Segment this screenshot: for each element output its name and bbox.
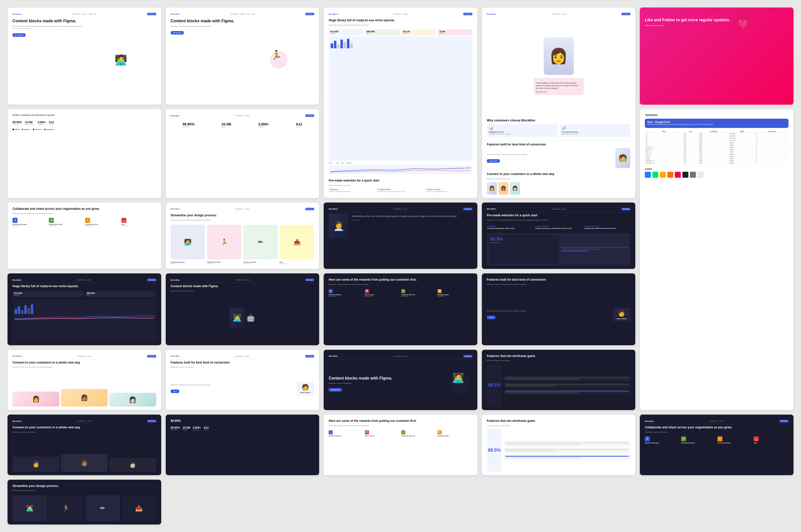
nav-cta-3[interactable]: Get Started <box>463 13 472 15</box>
nav-links-2: Why BlockBox Features Pricing Blog <box>231 13 254 15</box>
wireframe-dark-sub: Build better customer relationships. <box>487 360 631 362</box>
swatch-black <box>682 172 688 178</box>
stats-row-2: 99.95% Uptime SLA 10.5M Monthly 3,000+ C… <box>171 122 314 128</box>
wireframe-light-sub: Build better customer relationships. <box>487 424 631 427</box>
rewards-light-title: Here are some of the rewards from puttin… <box>329 419 472 423</box>
dash-sub-1: Build better customer relationships with… <box>329 24 472 26</box>
heart-icon: 💗 <box>733 12 753 32</box>
card-connect-dark-2: BlockBox Why BlockBox Features Get Start… <box>7 415 161 475</box>
testimonial-text-1: "With BlockBox, we have seen 30% revenue… <box>536 82 581 90</box>
card-testimonial-1: BlockBox Why BlockBox Features Get Start… <box>482 7 635 198</box>
hero-content-2: Content blocks made with Figma. Build be… <box>171 19 314 101</box>
swatch-light <box>698 172 703 178</box>
card-wireframe-light: Features that win wireframe game Build b… <box>482 415 635 475</box>
nav-cta-1[interactable]: Get Started <box>147 13 156 15</box>
collaborate-dark-sub: Build better customer relationships. <box>645 431 788 433</box>
dash-title-1: Huge library full of ready-to-use niche … <box>329 19 472 22</box>
card-stats-dark: 99.95% 99.95% Uptime SLA 10.5M Monthly 3… <box>166 415 319 475</box>
card-connect-dark: BlockBox Why BlockBox Features Get Start… <box>166 273 319 345</box>
swatch-gray <box>690 172 696 178</box>
collab-title-1: Collaborate and share across your organi… <box>13 207 156 211</box>
card-rewards-dark: Here are some of the rewards from puttin… <box>324 273 477 345</box>
steps-row-1: 1. Discover A beautiful landing page, wi… <box>329 189 472 192</box>
card-hero-2: BlockBox Why BlockBox Features Pricing B… <box>166 7 319 104</box>
colors-header: Colors <box>645 168 788 170</box>
hero-text-1: Content blocks made with Figma. Build be… <box>13 19 83 101</box>
hero-illus-1: 🧑‍💻 <box>85 19 156 101</box>
hero-content-1: Content blocks made with Figma. Build be… <box>13 19 156 101</box>
collaborate-dark-items: ⬇ Beautiful landing pages 🤝 Collaborate … <box>645 436 788 444</box>
stat-4: A12 Rating <box>49 121 54 125</box>
hero-title-2: Content blocks made with Figma. <box>171 19 241 24</box>
color-swatches <box>645 172 788 178</box>
logo-row-1: AdRoll Segment SendGrid Kissmetrics <box>13 129 156 130</box>
main-grid: BlockBox Why BlockBox Features Pricing B… <box>0 0 801 532</box>
testimonial-dark-1: "With BlockBox, we have seen 30% revenue… <box>351 215 458 218</box>
hero-dark-btn[interactable]: Get Started <box>329 388 342 392</box>
card-premade-dark: BlockBox Why BlockBox Features Get Start… <box>482 203 635 269</box>
features-built-dark-sub: Build better customer relationships with… <box>487 283 631 286</box>
streamline-title-1: Streamline your design process. <box>171 213 314 217</box>
step-3: 3. Export & Share A single Figma walkthr… <box>426 189 472 192</box>
card-hero-dark: BlockBox Why BlockBox Features Get Start… <box>324 350 477 410</box>
hero-sub-2: Build better customer relationships with… <box>171 25 241 27</box>
library-dark-title: Huge library full of ready-to-use niche … <box>13 284 156 288</box>
features-built-light-title: Features built for best kind of conversi… <box>171 361 314 365</box>
features-btn-1[interactable]: Learn more <box>487 159 500 163</box>
streamline-features: Beautiful landing pages Feature One Coll… <box>171 261 314 264</box>
stat-total: $80,000 Total <box>365 29 400 35</box>
step-1: 1. Discover A beautiful landing page, wi… <box>329 189 375 192</box>
card-testimonial-dark-1: BlockBox Why BlockBox Features Get Start… <box>324 203 477 269</box>
features-built-title-1: Features built for best kind of conversi… <box>487 143 631 147</box>
hero-illus-2: 🏃 <box>244 19 314 101</box>
nav-cta-4[interactable]: Get Started <box>622 13 631 15</box>
swatch-yellow <box>660 172 666 178</box>
rewards-light-sub: Build better customer relationships with… <box>329 424 472 427</box>
testimonial-author-dark-1: 📱 SaveOne <box>351 219 458 221</box>
hero-btn-1[interactable]: Get Started <box>13 33 25 37</box>
stat-2: 10.5M Monthly requests <box>25 121 34 125</box>
engage-1: 📊 Engagement at scale Automate messages … <box>487 124 558 137</box>
connect-dark-title: Content blocks made with Figma. <box>171 284 314 288</box>
logo-3: BlockBox <box>329 13 338 15</box>
connect-dark-2-sub: Build better customer relationships. <box>13 431 156 433</box>
card-collaborate-1: Collaborate and share across your organi… <box>7 203 161 269</box>
testimonial-author-1: BlockBox User <box>536 91 581 93</box>
connect-dark-2-title: Connect to your customers in a whole new… <box>13 425 156 430</box>
hero-sub-1: Build better customer relationships with… <box>13 25 83 30</box>
nav-links-1: Why BlockBox Features Pricing Blog <box>73 13 96 15</box>
alphabet: ABCDEFGHIJKLMNOPQRSTUVWXYZ Zabcdefghijkl… <box>647 124 786 126</box>
step-2: 2. Copy & Paste Design to dream upon col… <box>377 189 424 192</box>
card-wireframe-dark: Features that win wireframe game Build b… <box>482 350 635 410</box>
percent-light: 88.5% <box>488 448 501 453</box>
connect-dark-sub: Build better customer relationships. <box>171 290 314 292</box>
nav-2: BlockBox Why BlockBox Features Pricing B… <box>171 12 314 17</box>
card-social: Like and Follow to get more regular upda… <box>640 7 794 104</box>
connect-title-1: Connect to your customers in a whole new… <box>487 172 631 176</box>
premade-dark-sub: Explore state-of-the-art websites tailor… <box>487 219 631 221</box>
hero-text-2: Content blocks made with Figma. Build be… <box>171 19 241 101</box>
hero-title-1: Content blocks made with Figma. <box>13 19 83 24</box>
nav-cta-2[interactable]: Get Started <box>305 13 314 15</box>
engage-2: 🔗 Connected with clients Build relations… <box>560 124 631 137</box>
stats-row-1: 99.95% Uptime SLA 10.5M Monthly requests… <box>13 121 156 125</box>
features-built-dark-title: Features built for best kind of conversi… <box>487 278 631 282</box>
connect-light-sub: Build better customer relationships with… <box>13 366 156 368</box>
rewards-dark-items: ⬇ Download Templates Feature desc 💎 Best… <box>329 289 472 297</box>
stats-dark-title: 99.95% <box>171 419 314 423</box>
card-stats-2: BlockBox Why BlockBox Features Get Start… <box>166 109 319 198</box>
logo-4: BlockBox <box>487 13 496 15</box>
why-title-1: Why customers choose BlockBox <box>487 119 631 123</box>
feature-row-1: ⬇ Beautiful landing pages Feature One 🤝 … <box>13 218 156 227</box>
features-built-btn-dark[interactable]: Try it <box>487 316 495 319</box>
features-built-btn-light[interactable]: Try it <box>171 390 179 393</box>
hero-btn-2[interactable]: Get Started <box>171 31 184 35</box>
stat-revenue: $12,500 Revenue <box>329 29 363 35</box>
card-streamline-dark: Streamline your design process. Build be… <box>7 480 161 525</box>
collab-sub-1: Build better customer relationships with… <box>13 212 156 215</box>
engagement-grid-1: 📊 Engagement at scale Automate messages … <box>487 124 631 137</box>
dl-icon-1: ⬇ <box>13 218 18 223</box>
hero-dark-title: Content blocks made with Figma. <box>329 376 447 381</box>
collaborate-dark-title: Collaborate and share across your organi… <box>645 425 788 430</box>
swatch-blue <box>645 172 651 178</box>
